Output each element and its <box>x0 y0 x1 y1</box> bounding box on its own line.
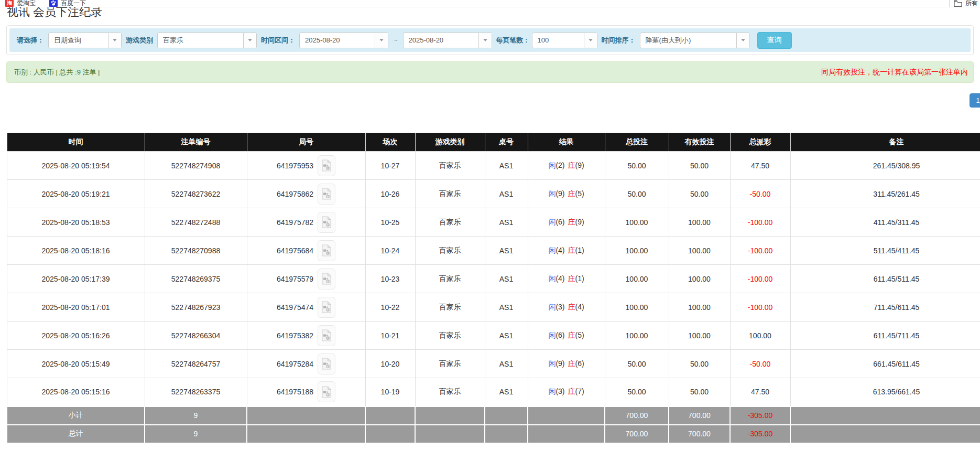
cell-payout: -50.00 <box>730 180 790 208</box>
cell-time: 2025-08-20 05:17:39 <box>7 265 145 293</box>
total-bet-link[interactable]: 50.00 <box>605 180 669 208</box>
date-from-select[interactable]: 2025-08-20 <box>299 33 388 48</box>
video-replay-button[interactable] <box>318 381 335 402</box>
game-type-value: 百家乐 <box>158 33 243 48</box>
cell-session: 10-23 <box>365 265 415 293</box>
cell-session: 10-22 <box>365 293 415 322</box>
chevron-down-icon[interactable] <box>108 33 121 48</box>
total-bet-link[interactable]: 100.00 <box>605 265 669 293</box>
subtotal-row: 小计 9 700.00 700.00 -305.00 <box>7 406 980 425</box>
player-result-label: 闲 <box>548 331 556 339</box>
col-remark: 备注 <box>790 133 980 152</box>
video-replay-button[interactable] <box>318 184 335 205</box>
col-result: 结果 <box>528 133 605 152</box>
video-replay-button[interactable] <box>318 269 335 290</box>
cell-payout: -100.00 <box>730 208 790 237</box>
total-bet-link[interactable]: 100.00 <box>605 293 669 322</box>
cell-round-id: 641975953 <box>247 152 365 180</box>
chevron-down-icon[interactable] <box>375 33 388 48</box>
cell-round-id: 641975862 <box>247 180 365 208</box>
cell-valid-bet: 50.00 <box>669 378 730 406</box>
cell-round-id: 641975284 <box>247 350 365 378</box>
page: 淘 爱淘宝 百度一下 所有 <box>0 0 980 450</box>
total-bet-link[interactable]: 50.00 <box>605 350 669 378</box>
banker-result-label: 庄 <box>568 331 575 339</box>
bookmark-label: 百度一下 <box>61 0 86 7</box>
query-type-select[interactable]: 日期查询 <box>48 33 122 48</box>
sort-select[interactable]: 降冪(由大到小) <box>640 33 750 48</box>
cell-game-type: 百家乐 <box>415 293 485 322</box>
cell-game-type: 百家乐 <box>415 208 485 237</box>
col-game-type: 游戏类别 <box>415 133 485 152</box>
date-to-value: 2025-08-20 <box>404 33 478 48</box>
round-id-text: 641975188 <box>277 388 313 396</box>
total-bet-link[interactable]: 100.00 <box>605 237 669 265</box>
pagination-page-1[interactable]: 1 <box>970 93 980 108</box>
bookmark-aitaobao[interactable]: 淘 爱淘宝 <box>5 0 36 7</box>
chevron-down-icon[interactable] <box>736 33 749 48</box>
total-bet-link[interactable]: 50.00 <box>605 152 669 180</box>
subtotal-count: 9 <box>145 406 247 425</box>
cell-session: 10-19 <box>365 378 415 406</box>
cell-remark: 261.45/308.95 <box>790 152 980 180</box>
cell-valid-bet: 100.00 <box>669 237 730 265</box>
video-replay-button[interactable] <box>318 297 335 318</box>
banker-result-score: (1) <box>575 274 584 283</box>
video-replay-button[interactable] <box>318 325 335 346</box>
col-valid-bet: 有效投注 <box>669 133 730 152</box>
summary-bar: 币别 : 人民币 | 总共 :9 注单 | 同局有效投注，统一计算在该局第一张注… <box>6 61 974 83</box>
cell-result: 闲(3)庄(4) <box>528 293 605 322</box>
cell-session: 10-25 <box>365 208 415 237</box>
cell-valid-bet: 100.00 <box>669 265 730 293</box>
chevron-down-icon[interactable] <box>243 33 256 48</box>
video-file-icon <box>322 216 331 228</box>
cell-result: 闲(4)庄(1) <box>528 237 605 265</box>
video-replay-button[interactable] <box>318 212 335 233</box>
query-type-value: 日期查询 <box>49 33 108 48</box>
chevron-down-icon[interactable] <box>584 33 597 48</box>
player-result-score: (6) <box>556 331 564 339</box>
player-result-score: (9) <box>556 359 564 368</box>
table-row: 2025-08-20 05:16:26 522748266304 6419753… <box>7 322 980 350</box>
cell-time: 2025-08-20 05:18:16 <box>7 237 145 265</box>
cell-valid-bet: 50.00 <box>669 350 730 378</box>
cell-time: 2025-08-20 05:16:26 <box>7 322 145 350</box>
cell-table-no: AS1 <box>485 237 528 265</box>
cell-valid-bet: 50.00 <box>669 152 730 180</box>
player-result-label: 闲 <box>548 189 556 198</box>
total-bet-link[interactable]: 100.00 <box>605 322 669 350</box>
cell-payout: 100.00 <box>730 322 790 350</box>
col-payout: 总派彩 <box>730 133 790 152</box>
cell-remark: 411.45/311.45 <box>790 208 980 237</box>
subtotal-payout: -305.00 <box>730 406 790 425</box>
cell-remark: 611.45/511.45 <box>790 265 980 293</box>
video-replay-button[interactable] <box>318 240 335 261</box>
folder-icon <box>954 0 962 7</box>
all-bookmarks-folder[interactable]: 所有 <box>954 0 978 7</box>
bookmark-baidu[interactable]: 百度一下 <box>49 0 86 7</box>
video-replay-button[interactable] <box>318 353 335 374</box>
table-row: 2025-08-20 05:17:39 522748269375 6419755… <box>7 265 980 293</box>
date-to-select[interactable]: 2025-08-20 <box>403 33 492 48</box>
game-type-select[interactable]: 百家乐 <box>157 33 257 48</box>
total-bet-link[interactable]: 50.00 <box>605 378 669 406</box>
player-result-label: 闲 <box>548 359 556 368</box>
cell-session: 10-24 <box>365 237 415 265</box>
cell-game-type: 百家乐 <box>415 265 485 293</box>
cell-game-type: 百家乐 <box>415 180 485 208</box>
chevron-down-icon[interactable] <box>478 33 492 48</box>
cell-remark: 311.45/261.45 <box>790 180 980 208</box>
bookmarks-bar: 淘 爱淘宝 百度一下 所有 <box>0 0 980 7</box>
video-replay-button[interactable] <box>318 155 335 176</box>
taobao-icon: 淘 <box>5 0 14 7</box>
search-button[interactable]: 查询 <box>757 32 792 49</box>
cell-result: 闲(6)庄(5) <box>528 322 605 350</box>
total-label: 总计 <box>7 425 145 443</box>
cell-table-no: AS1 <box>485 180 528 208</box>
total-bet-link[interactable]: 100.00 <box>605 208 669 237</box>
player-result-score: (3) <box>556 387 564 395</box>
cell-result: 闲(2)庄(9) <box>528 152 605 180</box>
round-id-text: 641975953 <box>277 162 313 170</box>
page-size-value: 100 <box>532 33 584 48</box>
page-size-select[interactable]: 100 <box>532 33 597 48</box>
